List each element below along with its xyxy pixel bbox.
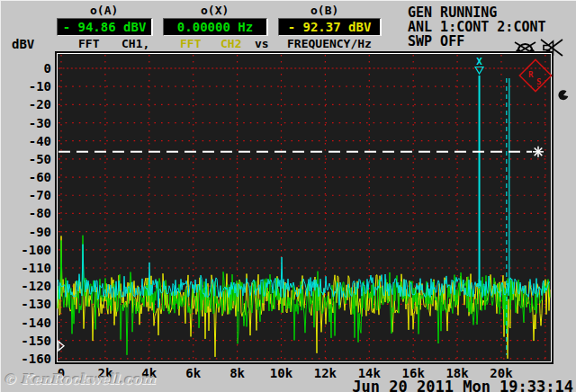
y-tick-label: -50 <box>10 152 51 166</box>
trace1-ch-label: CH1, <box>122 37 149 50</box>
busy-indicator-icon <box>558 56 576 135</box>
fft-plot: XRS <box>55 51 554 364</box>
y-tick-label: -30 <box>10 116 51 130</box>
y-tick-label: -140 <box>10 316 51 330</box>
cursor-a-readout: - 94.86 dBV <box>57 18 153 36</box>
x-tick-label: 8k <box>218 366 257 380</box>
x-tick-label: 6k <box>174 366 213 380</box>
trace1-fft-label: FFT <box>78 37 99 50</box>
y-tick-label: -20 <box>10 97 51 111</box>
watermark: © KenRockwell.com <box>3 371 155 388</box>
y-tick-label: -150 <box>10 334 51 348</box>
y-tick-label: -100 <box>10 243 51 257</box>
x-cursor-marker: X <box>476 56 482 67</box>
y-tick-label: -80 <box>10 206 51 220</box>
y-axis-unit-label: dBV <box>12 37 34 51</box>
cursor-b-value: - 92.37 dBV <box>288 20 372 34</box>
x-tick-label: 12k <box>305 366 345 380</box>
y-tick-label: -160 <box>10 352 51 366</box>
cursor-x-label: o(X) <box>201 4 229 17</box>
trace2-fft-label: FFT <box>180 37 201 50</box>
y-tick-label: -120 <box>10 279 51 293</box>
cursor-a-label: o(A) <box>90 4 118 17</box>
y-tick-label: -110 <box>10 261 51 275</box>
y-tick-label: 0 <box>10 61 51 76</box>
cursor-b-label: o(B) <box>310 4 338 17</box>
cursor-x-readout: 0.00000 Hz <box>163 18 268 36</box>
y-tick-label: -60 <box>10 170 51 184</box>
datetime-readout: Jun 20 2011 Mon 19:33:14 <box>352 378 573 392</box>
audio-analyzer-screen: dBV o(A) - 94.86 dBV o(X) 0.00000 Hz o(B… <box>0 0 576 392</box>
cursor-b-readout: - 92.37 dBV <box>278 18 382 36</box>
asterisk-marker <box>533 147 544 157</box>
y-tick-label: -10 <box>10 79 51 94</box>
y-tick-label: -130 <box>10 297 51 311</box>
trace2-ch-label: CH2 <box>220 37 241 50</box>
x-tick-label: 10k <box>262 366 302 380</box>
cursor-x-value: 0.00000 Hz <box>177 20 253 34</box>
cursor-a-value: - 94.86 dBV <box>63 20 147 34</box>
vs-label: vs <box>255 37 269 50</box>
x-axis-name-label: FREQUENCY/Hz <box>287 37 372 50</box>
y-tick-label: -70 <box>10 188 51 202</box>
y-tick-label: -90 <box>10 225 51 239</box>
svg-text:S: S <box>536 77 541 86</box>
y-tick-label: -40 <box>10 134 51 148</box>
svg-text:R: R <box>528 70 534 79</box>
